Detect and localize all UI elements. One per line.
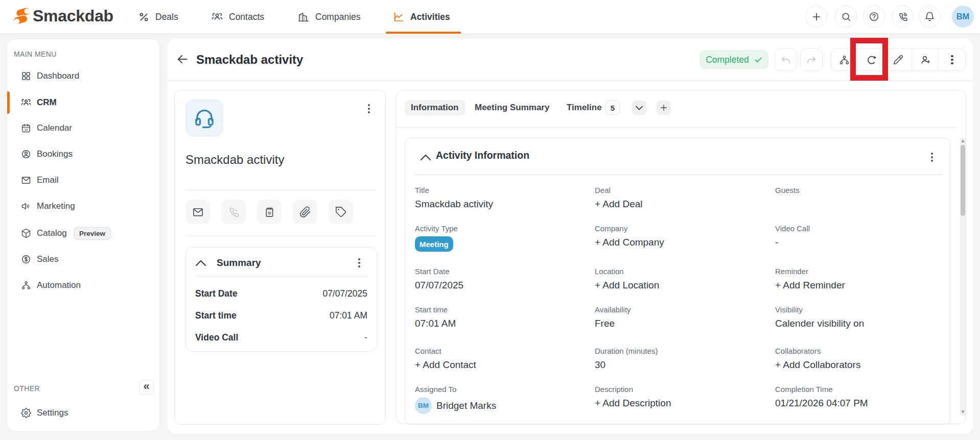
svg-text:12: 12 <box>25 128 28 131</box>
